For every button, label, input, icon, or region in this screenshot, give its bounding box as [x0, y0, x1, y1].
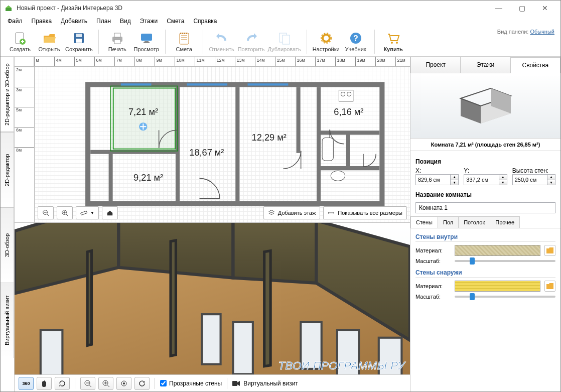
- svg-line-70: [107, 385, 109, 387]
- home-icon: [106, 209, 113, 216]
- layers-add-icon: [268, 209, 275, 216]
- vtab-3d[interactable]: 3D-обзор: [1, 207, 14, 283]
- svg-point-44: [331, 171, 345, 181]
- properties-panel: Проект Этажи Свойства Комната 7,21 м² (п…: [410, 57, 560, 391]
- add-floor-button[interactable]: Добавить этаж: [263, 206, 320, 219]
- inside-scale-slider[interactable]: [455, 260, 555, 262]
- room-area-2: 6,16 м²: [334, 107, 363, 117]
- svg-line-50: [66, 214, 68, 216]
- hand-icon: [40, 379, 48, 387]
- settings-button[interactable]: Настройки: [312, 28, 340, 55]
- transparent-walls-checkbox[interactable]: Прозрачные стены: [160, 380, 222, 387]
- create-button[interactable]: Создать: [7, 28, 34, 55]
- pos-x-input[interactable]: [416, 175, 450, 185]
- menu-plan[interactable]: План: [92, 17, 115, 26]
- spin-down[interactable]: ▼: [451, 180, 458, 185]
- subtab-ceiling[interactable]: Потолок: [459, 216, 490, 228]
- folder-open-icon: [42, 31, 57, 46]
- panel-mode-link[interactable]: Обычный: [530, 29, 554, 35]
- room-area-3: 12,29 м²: [252, 133, 287, 143]
- printer-icon: [110, 31, 125, 46]
- menu-view[interactable]: Вид: [116, 17, 135, 26]
- target-icon: [120, 379, 128, 387]
- watermark: ТВОИ ПРОГРАММЫ РУ: [278, 359, 405, 372]
- wall-height-input[interactable]: [513, 175, 547, 185]
- menu-floors[interactable]: Этажи: [136, 17, 162, 26]
- show-dims-button[interactable]: Показывать все размеры: [323, 206, 407, 219]
- outside-material-swatch[interactable]: [455, 281, 540, 292]
- subtab-floor[interactable]: Пол: [438, 216, 459, 228]
- vtab-virtual[interactable]: Виртуальный визит: [1, 283, 14, 358]
- outside-material-browse[interactable]: [544, 281, 555, 292]
- duplicate-icon: [277, 31, 292, 46]
- orbit-button[interactable]: [55, 377, 70, 390]
- svg-rect-30: [113, 88, 175, 149]
- window-title: Новый проект - Дизайн Интерьера 3D: [17, 5, 487, 12]
- svg-rect-6: [114, 33, 120, 37]
- menu-estimate[interactable]: Смета: [163, 17, 188, 26]
- virtual-visit-button[interactable]: Виртуальный визит: [232, 380, 298, 387]
- preview-button[interactable]: Просмотр: [133, 28, 160, 55]
- room-name-input[interactable]: [415, 202, 555, 213]
- measure-button[interactable]: ▼: [76, 206, 99, 219]
- estimate-button[interactable]: Смета: [171, 28, 198, 55]
- svg-rect-13: [283, 35, 290, 44]
- floorplan-canvas[interactable]: 7,21 м² 6,16 м² 12,29 м² 18,67 м² 9,21 м…: [35, 67, 410, 222]
- vtab-2d-3d[interactable]: 2D-редактор и 3D-обзор: [1, 57, 14, 132]
- tutorial-button[interactable]: ?Учебник: [342, 28, 369, 55]
- menu-file[interactable]: Файл: [4, 17, 27, 26]
- save-button[interactable]: Сохранить: [65, 28, 93, 55]
- open-button[interactable]: Открыть: [36, 28, 63, 55]
- menubar: Файл Правка Добавить План Вид Этажи Смет…: [1, 16, 560, 27]
- subtab-walls[interactable]: Стены: [410, 216, 438, 228]
- svg-rect-51: [81, 211, 87, 215]
- toolbar: Вид панели: Обычный Создать Открыть Сохр…: [1, 27, 560, 57]
- inside-material-browse[interactable]: [544, 245, 555, 256]
- tab-properties[interactable]: Свойства: [511, 57, 560, 73]
- tab-floors[interactable]: Этажи: [461, 57, 510, 73]
- outside-scale-slider[interactable]: [455, 296, 555, 298]
- room-area-4: 18,67 м²: [189, 148, 224, 158]
- viewport-3d[interactable]: ТВОИ ПРОГРАММЫ РУ: [15, 222, 410, 374]
- document-new-icon: [13, 31, 28, 46]
- inside-material-swatch[interactable]: [455, 245, 540, 256]
- reset-button[interactable]: [134, 377, 150, 390]
- menu-edit[interactable]: Правка: [28, 17, 56, 26]
- vtab-2d[interactable]: 2D-редактор: [1, 132, 14, 207]
- zoom-in-3d-button[interactable]: [98, 377, 113, 390]
- fit-button[interactable]: [116, 377, 131, 390]
- menu-add[interactable]: Добавить: [57, 17, 91, 26]
- close-button[interactable]: ✕: [533, 1, 556, 16]
- zoom-in-button[interactable]: [57, 206, 73, 219]
- undo-button[interactable]: Отменить: [208, 28, 235, 55]
- svg-rect-3: [76, 34, 82, 37]
- minimize-button[interactable]: —: [487, 1, 510, 16]
- tab-project[interactable]: Проект: [410, 57, 461, 73]
- svg-marker-57: [87, 251, 91, 346]
- room-preview-3d: [410, 73, 560, 139]
- duplicate-button[interactable]: Дублировать: [267, 28, 301, 55]
- floppy-save-icon: [71, 31, 86, 46]
- zoom-out-button[interactable]: [38, 206, 54, 219]
- pan-button[interactable]: [37, 377, 52, 390]
- svg-line-47: [47, 214, 49, 216]
- maximize-button[interactable]: ▢: [510, 1, 533, 16]
- home-button[interactable]: [102, 206, 118, 219]
- subtab-other[interactable]: Прочее: [490, 216, 520, 228]
- room-area-5: 9,21 м²: [133, 173, 163, 183]
- dimensions-icon: [328, 209, 335, 216]
- pos-y-input[interactable]: [464, 175, 498, 185]
- menu-help[interactable]: Справка: [189, 17, 221, 26]
- redo-button[interactable]: Повторить: [237, 28, 265, 55]
- redo-icon: [244, 31, 259, 46]
- orbit-360-button[interactable]: 360: [19, 377, 34, 390]
- spin-up[interactable]: ▲: [451, 175, 458, 180]
- zoom-out-3d-button[interactable]: [80, 377, 95, 390]
- print-button[interactable]: Печать: [104, 28, 131, 55]
- vertical-tabs: 2D-редактор и 3D-обзор 2D-редактор 3D-об…: [1, 57, 15, 391]
- zoom-out-icon: [84, 379, 92, 387]
- zoom-in-icon: [61, 209, 68, 216]
- buy-button[interactable]: Купить: [380, 28, 407, 55]
- camera-icon: [232, 380, 240, 386]
- ruler-icon: [80, 209, 87, 216]
